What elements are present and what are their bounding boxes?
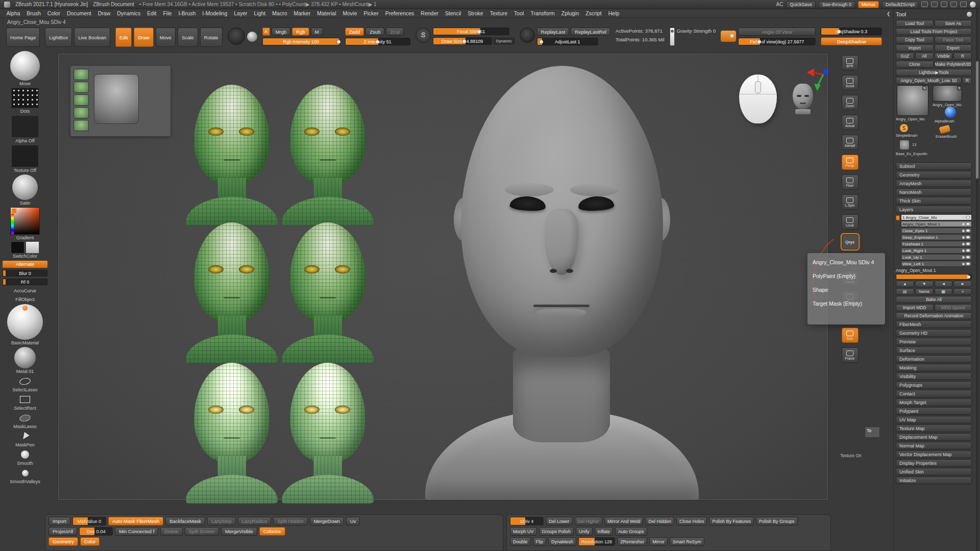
alpha-preview[interactable]: Alpha Off bbox=[11, 115, 39, 143]
mdd-speed-button[interactable]: MDD Speed bbox=[935, 304, 972, 311]
layer-right-button[interactable]: ► bbox=[953, 281, 972, 287]
layer-eye-icon[interactable] bbox=[966, 262, 970, 265]
wireframe-head-model[interactable] bbox=[281, 85, 375, 226]
frame-button[interactable]: Frame bbox=[842, 347, 859, 363]
menu-stencil[interactable]: Stencil bbox=[442, 10, 464, 16]
fov-slider[interactable]: Field of view(deg) 27.5977 bbox=[738, 38, 816, 45]
layer-left-button[interactable]: ◄ bbox=[935, 281, 953, 287]
btn-double[interactable]: Double bbox=[510, 537, 531, 546]
color-swatches[interactable]: SwitchColor bbox=[11, 242, 39, 259]
section-morph-target[interactable]: Morph Target bbox=[896, 398, 972, 406]
layer-down-button[interactable]: ▼ bbox=[915, 281, 934, 287]
section-arraymesh[interactable]: ArrayMesh bbox=[896, 180, 972, 187]
btn-mirror[interactable]: Mirror bbox=[649, 537, 668, 546]
section-polygroups[interactable]: Polygroups bbox=[896, 381, 972, 389]
wireframe-head-model[interactable] bbox=[185, 222, 279, 363]
btn-sdiv-4[interactable]: SDiv 4 bbox=[510, 517, 544, 525]
color-picker[interactable]: Gradient bbox=[10, 207, 40, 240]
btn-colorize[interactable]: Colorize bbox=[259, 527, 285, 536]
current-tool-button[interactable]: Angry_Open_Mouth_Low. 50 bbox=[896, 77, 962, 84]
angle-of-view-button[interactable]: Angle Of View bbox=[738, 28, 816, 36]
eraser-brush-thumbnail[interactable] bbox=[939, 125, 951, 134]
sculpted-head-model[interactable] bbox=[434, 66, 690, 499]
menu-brush[interactable]: Brush bbox=[23, 10, 44, 16]
layer-row[interactable]: Look_Right 1 bbox=[901, 247, 972, 254]
panel-menu-icon[interactable] bbox=[967, 12, 972, 17]
obj-shadow-slider[interactable]: ObjShadow 0.3 bbox=[821, 28, 882, 35]
layer-eye-icon[interactable] bbox=[966, 236, 970, 239]
alpha-circle-icon[interactable] bbox=[520, 28, 535, 43]
zoom-button[interactable]: Zoom bbox=[842, 95, 859, 110]
btn-geometry[interactable]: Geometry bbox=[48, 537, 78, 546]
camera-icon[interactable] bbox=[721, 31, 736, 42]
section-vector-displacement-map[interactable]: Vector Displacement Map bbox=[896, 450, 972, 458]
section-contact[interactable]: Contact bbox=[896, 390, 972, 397]
floor-button[interactable]: Floor bbox=[842, 174, 859, 190]
section-display-properties[interactable]: Display Properties bbox=[896, 459, 972, 467]
palette-icon[interactable] bbox=[941, 2, 947, 7]
menu-transform[interactable]: Transform bbox=[527, 10, 558, 16]
menu-zscript[interactable]: Zscript bbox=[582, 10, 605, 16]
scroll-button[interactable]: Scroll bbox=[842, 75, 859, 90]
default-zscript-button[interactable]: DefaultZScript bbox=[882, 1, 918, 8]
see-through-slider[interactable]: See-through 0 bbox=[819, 1, 855, 8]
a-chip[interactable]: A bbox=[262, 28, 270, 36]
btn-dist-0-04[interactable]: Dist 0.04 bbox=[79, 527, 113, 536]
simple-brush-thumbnail[interactable]: S bbox=[900, 124, 908, 132]
layer-list-button[interactable]: ▤ bbox=[896, 288, 914, 295]
layer-eye-icon[interactable] bbox=[966, 229, 970, 232]
dynamic-toggle[interactable]: Dynamic bbox=[494, 38, 514, 44]
btn-goz[interactable]: GoZ bbox=[896, 53, 914, 60]
mrgb-button[interactable]: Mrgb bbox=[272, 28, 291, 36]
section-geometry-hd[interactable]: Geometry HD bbox=[896, 329, 972, 337]
replay-last-button[interactable]: ReplayLast bbox=[537, 28, 570, 36]
menu-light[interactable]: Light bbox=[251, 10, 269, 16]
reference-thumbnails-panel[interactable] bbox=[70, 66, 170, 136]
btn-min-connected-f[interactable]: Min Connected f bbox=[115, 527, 158, 536]
btn-lazyradius[interactable]: LazyRadius bbox=[238, 517, 272, 525]
section-nanomesh[interactable]: NanoMesh bbox=[896, 188, 972, 196]
rf-slider[interactable]: Rf 0 bbox=[3, 278, 47, 285]
panel-scrollbar-thumb[interactable] bbox=[976, 61, 978, 179]
move-mode-button[interactable]: Move bbox=[156, 28, 176, 47]
select-rect-tool[interactable]: SelectRect bbox=[14, 394, 36, 411]
menu-stroke[interactable]: Stroke bbox=[464, 10, 486, 16]
live-boolean-button[interactable]: Live Boolean bbox=[74, 28, 110, 47]
btn-zremesher[interactable]: ZRemesher bbox=[617, 537, 647, 546]
btn-import[interactable]: Import bbox=[48, 517, 70, 525]
menu-layer[interactable]: Layer bbox=[231, 10, 251, 16]
section-fibermesh[interactable]: FiberMesh bbox=[896, 320, 972, 328]
menu-movie[interactable]: Movie bbox=[339, 10, 360, 16]
menus-button[interactable]: Menus bbox=[858, 1, 879, 8]
local-button[interactable]: Local bbox=[842, 214, 859, 230]
btn-visible[interactable]: Visible bbox=[935, 53, 953, 60]
section-texture-map[interactable]: Texture Map bbox=[896, 424, 972, 432]
menu-draw[interactable]: Draw bbox=[94, 10, 114, 16]
btn-import[interactable]: Import bbox=[896, 44, 934, 52]
layer-name-button[interactable]: Name bbox=[915, 288, 934, 295]
btn-uv[interactable]: Uv bbox=[346, 517, 360, 525]
replay-last-rel-button[interactable]: ReplayLastRel bbox=[571, 28, 610, 36]
btn-del-hidden[interactable]: Del Hidden bbox=[645, 517, 674, 525]
panel-collapse-arrow-icon[interactable]: ❮ bbox=[887, 11, 891, 16]
smooth-brush[interactable]: Smooth bbox=[16, 449, 34, 466]
section-masking[interactable]: Masking bbox=[896, 364, 972, 371]
select-lasso-tool[interactable]: SelectLasso bbox=[12, 375, 37, 392]
draw-button[interactable]: Draw bbox=[134, 28, 153, 47]
layer-eye-icon[interactable] bbox=[966, 256, 970, 259]
help-sphere-icon[interactable] bbox=[970, 2, 976, 8]
expression-thumbnail[interactable] bbox=[74, 69, 89, 80]
btn-polish-by-groups[interactable]: Polish By Groups bbox=[756, 517, 798, 525]
import-mdd-button[interactable]: Import MDD bbox=[896, 304, 934, 311]
layer-slider-dot[interactable] bbox=[962, 256, 965, 259]
layer-slider-dot[interactable] bbox=[962, 223, 965, 226]
btn-paste-tool[interactable]: Paste Tool bbox=[935, 36, 972, 43]
menu-tool[interactable]: Tool bbox=[511, 10, 527, 16]
btn-mergevisible[interactable]: MergeVisible bbox=[221, 527, 257, 536]
layer-row[interactable]: Wink_Left 1 bbox=[901, 261, 972, 267]
stroke-preview[interactable]: Dots bbox=[11, 88, 39, 114]
metal-material-preview[interactable]: Metal 01 bbox=[14, 347, 36, 374]
menu-picker[interactable]: Picker bbox=[360, 10, 382, 16]
bpr-button[interactable]: BPR bbox=[842, 55, 859, 70]
menu-material[interactable]: Material bbox=[314, 10, 339, 16]
